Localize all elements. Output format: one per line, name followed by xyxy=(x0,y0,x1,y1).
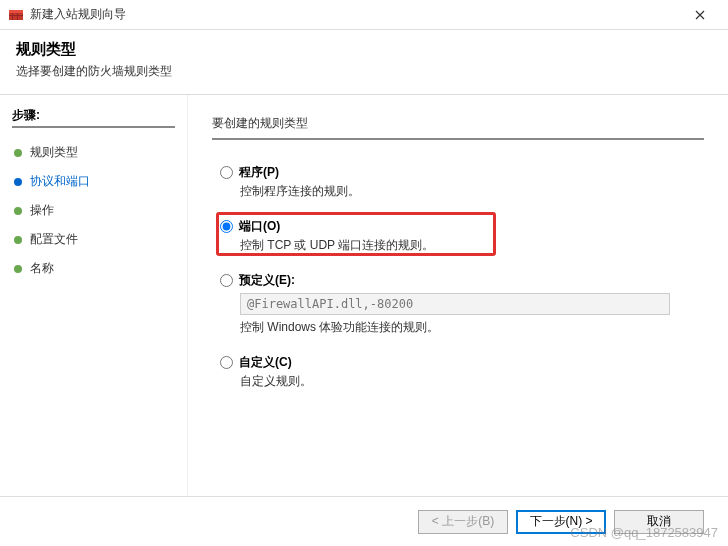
step-label: 协议和端口 xyxy=(30,173,90,190)
option-custom: 自定义(C) 自定义规则。 xyxy=(220,354,704,390)
option-desc: 控制 Windows 体验功能连接的规则。 xyxy=(240,319,704,336)
page-title: 规则类型 xyxy=(16,40,712,59)
option-label: 自定义(C) xyxy=(239,354,292,371)
option-label: 端口(O) xyxy=(239,218,280,235)
radio-input-predefined[interactable] xyxy=(220,274,233,287)
option-label: 预定义(E): xyxy=(239,272,295,289)
bullet-icon xyxy=(14,149,22,157)
page-subtitle: 选择要创建的防火墙规则类型 xyxy=(16,63,712,80)
cancel-button[interactable]: 取消 xyxy=(614,510,704,534)
rule-type-radio-group: 程序(P) 控制程序连接的规则。 端口(O) 控制 TCP 或 UDP 端口连接… xyxy=(220,164,704,390)
step-label: 名称 xyxy=(30,260,54,277)
firewall-icon xyxy=(8,7,24,23)
radio-input-custom[interactable] xyxy=(220,356,233,369)
close-button[interactable] xyxy=(680,0,720,30)
step-action[interactable]: 操作 xyxy=(12,196,175,225)
radio-predefined[interactable]: 预定义(E): xyxy=(220,272,704,289)
back-button: < 上一步(B) xyxy=(418,510,508,534)
radio-input-program[interactable] xyxy=(220,166,233,179)
option-label: 程序(P) xyxy=(239,164,279,181)
window-title: 新建入站规则向导 xyxy=(30,6,680,23)
step-rule-type[interactable]: 规则类型 xyxy=(12,138,175,167)
svg-rect-3 xyxy=(17,13,18,20)
radio-custom[interactable]: 自定义(C) xyxy=(220,354,704,371)
divider xyxy=(212,138,704,140)
step-label: 配置文件 xyxy=(30,231,78,248)
select-value: @FirewallAPI.dll,-80200 xyxy=(247,297,413,311)
option-predefined: 预定义(E): @FirewallAPI.dll,-80200 控制 Windo… xyxy=(220,272,704,336)
svg-rect-4 xyxy=(9,15,23,16)
radio-program[interactable]: 程序(P) xyxy=(220,164,704,181)
option-desc: 控制程序连接的规则。 xyxy=(240,183,704,200)
radio-port[interactable]: 端口(O) xyxy=(220,218,704,235)
section-title: 要创建的规则类型 xyxy=(212,115,704,132)
bullet-icon xyxy=(14,236,22,244)
option-port: 端口(O) 控制 TCP 或 UDP 端口连接的规则。 xyxy=(220,218,704,254)
step-label: 操作 xyxy=(30,202,54,219)
main-panel: 要创建的规则类型 程序(P) 控制程序连接的规则。 端口(O) 控制 TCP 或… xyxy=(188,95,728,503)
wizard-footer: < 上一步(B) 下一步(N) > 取消 xyxy=(0,496,728,546)
divider xyxy=(12,126,175,128)
svg-rect-1 xyxy=(9,10,23,13)
step-profile[interactable]: 配置文件 xyxy=(12,225,175,254)
svg-rect-2 xyxy=(12,13,13,20)
bullet-icon xyxy=(14,207,22,215)
bullet-icon xyxy=(14,265,22,273)
step-name[interactable]: 名称 xyxy=(12,254,175,283)
step-label: 规则类型 xyxy=(30,144,78,161)
option-program: 程序(P) 控制程序连接的规则。 xyxy=(220,164,704,200)
option-desc: 控制 TCP 或 UDP 端口连接的规则。 xyxy=(240,237,704,254)
bullet-icon xyxy=(14,178,22,186)
option-desc: 自定义规则。 xyxy=(240,373,704,390)
radio-input-port[interactable] xyxy=(220,220,233,233)
step-protocol-port[interactable]: 协议和端口 xyxy=(12,167,175,196)
predefined-select[interactable]: @FirewallAPI.dll,-80200 xyxy=(240,293,670,315)
steps-sidebar: 步骤: 规则类型 协议和端口 操作 配置文件 名称 xyxy=(0,95,188,503)
steps-label: 步骤: xyxy=(12,107,175,124)
next-button[interactable]: 下一步(N) > xyxy=(516,510,606,534)
wizard-header: 规则类型 选择要创建的防火墙规则类型 xyxy=(0,30,728,95)
titlebar: 新建入站规则向导 xyxy=(0,0,728,30)
